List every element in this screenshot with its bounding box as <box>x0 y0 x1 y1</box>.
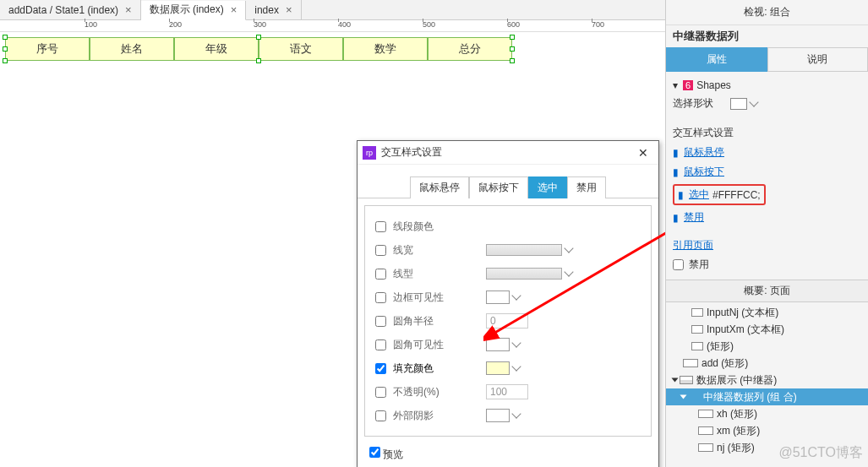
chevron-down-icon[interactable] <box>564 267 573 276</box>
label: 边框可见性 <box>393 291 461 305</box>
tree-item-inputxm[interactable]: InputXm (文本框) <box>666 321 868 338</box>
link-disabled[interactable]: ▮禁用 <box>673 208 861 227</box>
textbox-icon <box>691 308 703 317</box>
checkbox[interactable] <box>375 363 386 374</box>
cell-total[interactable]: 总分 <box>428 37 512 61</box>
label: InputXm (文本框) <box>707 323 784 337</box>
shadow-picker[interactable] <box>486 409 510 422</box>
tree-item-inputnj[interactable]: InputNj (文本框) <box>666 304 868 321</box>
ruler-tick: 200 <box>169 20 182 29</box>
dialog-title: 交互样式设置 <box>381 145 442 160</box>
rect-icon <box>698 426 713 435</box>
dialog-titlebar[interactable]: rp 交互样式设置 ✕ <box>358 141 658 165</box>
label: 填充颜色 <box>393 361 461 376</box>
link-mousedown[interactable]: ▮鼠标按下 <box>673 162 861 182</box>
cell-chinese[interactable]: 语文 <box>259 37 343 61</box>
chevron-down-icon[interactable] <box>511 361 521 371</box>
expand-icon[interactable] <box>672 378 679 383</box>
tab-adddata[interactable]: addData / State1 (index)× <box>0 0 141 19</box>
repeater-selection[interactable]: 序号 姓名 年级 语文 数学 总分 <box>5 37 512 61</box>
shapes-row[interactable]: ▾6Shapes <box>673 77 861 94</box>
resize-handle[interactable] <box>510 46 515 52</box>
bordervis-picker[interactable] <box>486 291 510 304</box>
chevron-down-icon[interactable] <box>749 97 758 106</box>
tree-item-datashow[interactable]: 数据展示 (中继器) <box>666 372 868 388</box>
tab-index[interactable]: index× <box>246 0 301 19</box>
cell-math[interactable]: 数学 <box>343 37 428 61</box>
axure-icon: rp <box>363 146 376 160</box>
resize-handle[interactable] <box>3 46 8 52</box>
selection-title: 中继器数据列 <box>666 25 868 47</box>
link-refpage[interactable]: 引用页面 <box>673 236 861 255</box>
tab-label: index <box>254 4 279 16</box>
folder-icon <box>688 393 700 401</box>
label: 数据展示 (中继器) <box>696 373 777 388</box>
radius-input[interactable] <box>486 313 528 329</box>
tab-disabled[interactable]: 禁用 <box>567 176 606 198</box>
checkbox[interactable] <box>375 269 386 280</box>
checkbox[interactable] <box>375 387 386 398</box>
checkbox[interactable] <box>375 245 386 256</box>
cell-seq[interactable]: 序号 <box>5 37 90 61</box>
tab-notes[interactable]: 说明 <box>767 47 869 72</box>
disable-row[interactable]: 禁用 <box>673 255 861 274</box>
preview-row: 预览 <box>358 443 658 465</box>
dialog-body: 线段颜色 线宽 线型 边框可见性 圆角半径 圆角可见性 填充颜色 不透明(%) … <box>364 205 652 437</box>
chevron-down-icon[interactable] <box>511 291 521 300</box>
close-icon[interactable]: ✕ <box>633 144 653 161</box>
shapes-label: Shapes <box>696 79 731 91</box>
shape-picker[interactable] <box>730 98 747 110</box>
prop-radius: 圆角半径 <box>370 309 646 333</box>
opacity-input[interactable] <box>486 384 528 399</box>
cell-grade[interactable]: 年级 <box>174 37 259 61</box>
checkbox[interactable] <box>375 292 386 303</box>
checkbox[interactable] <box>673 259 684 270</box>
dialog-tabs: 鼠标悬停 鼠标按下 选中 禁用 <box>358 165 658 198</box>
linewidth-picker[interactable] <box>486 244 562 256</box>
cell-name[interactable]: 姓名 <box>90 37 174 61</box>
expand-icon[interactable] <box>680 395 687 399</box>
resize-handle[interactable] <box>3 58 8 63</box>
outline-tree: InputNj (文本框) InputXm (文本框) (矩形) add (矩形… <box>666 302 868 458</box>
chevron-down-icon[interactable] <box>511 409 521 418</box>
tab-selected[interactable]: 选中 <box>528 176 567 198</box>
label: 圆角可见性 <box>393 338 461 352</box>
close-icon[interactable]: × <box>125 3 132 16</box>
tree-item-group[interactable]: 中继器数据列 (组 合) <box>666 388 868 405</box>
tree-item-xm[interactable]: xm (矩形) <box>666 422 868 439</box>
resize-handle[interactable] <box>256 35 261 40</box>
prop-linetype: 线型 <box>370 262 646 285</box>
fillcolor-picker[interactable] <box>486 361 510 375</box>
prop-segcolor: 线段颜色 <box>370 214 646 238</box>
cornervis-picker[interactable] <box>486 338 510 351</box>
checkbox[interactable] <box>375 221 386 232</box>
close-icon[interactable]: × <box>231 3 237 16</box>
link-hover[interactable]: ▮鼠标悬停 <box>673 143 861 162</box>
link-selected[interactable]: ▮选中 #FFFFCC; <box>673 182 861 208</box>
ruler-tick: 300 <box>254 20 266 29</box>
textbox-icon <box>691 325 703 334</box>
tree-item-xh[interactable]: xh (矩形) <box>666 405 868 422</box>
checkbox[interactable] <box>375 339 386 350</box>
chevron-down-icon[interactable] <box>564 243 573 253</box>
checkbox[interactable] <box>375 410 386 421</box>
tab-hover[interactable]: 鼠标悬停 <box>410 176 469 198</box>
prop-cornervis: 圆角可见性 <box>370 333 646 356</box>
tab-mousedown[interactable]: 鼠标按下 <box>469 176 528 198</box>
checkbox[interactable] <box>375 316 386 327</box>
resize-handle[interactable] <box>256 58 261 63</box>
tree-item-add[interactable]: add (矩形) <box>666 355 868 372</box>
close-icon[interactable]: × <box>286 3 292 16</box>
resize-handle[interactable] <box>510 58 515 63</box>
linetype-picker[interactable] <box>486 268 562 280</box>
preview-checkbox[interactable] <box>369 447 380 458</box>
label: (矩形) <box>707 339 734 354</box>
watermark: @51CTO博客 <box>778 444 863 462</box>
resize-handle[interactable] <box>510 35 515 40</box>
chevron-down-icon[interactable] <box>511 338 521 347</box>
tree-item-rect[interactable]: (矩形) <box>666 338 868 355</box>
label: 禁用 <box>689 258 709 272</box>
tab-datashow[interactable]: 数据展示 (index)× <box>141 1 247 20</box>
tab-properties[interactable]: 属性 <box>666 47 767 72</box>
resize-handle[interactable] <box>3 35 8 40</box>
